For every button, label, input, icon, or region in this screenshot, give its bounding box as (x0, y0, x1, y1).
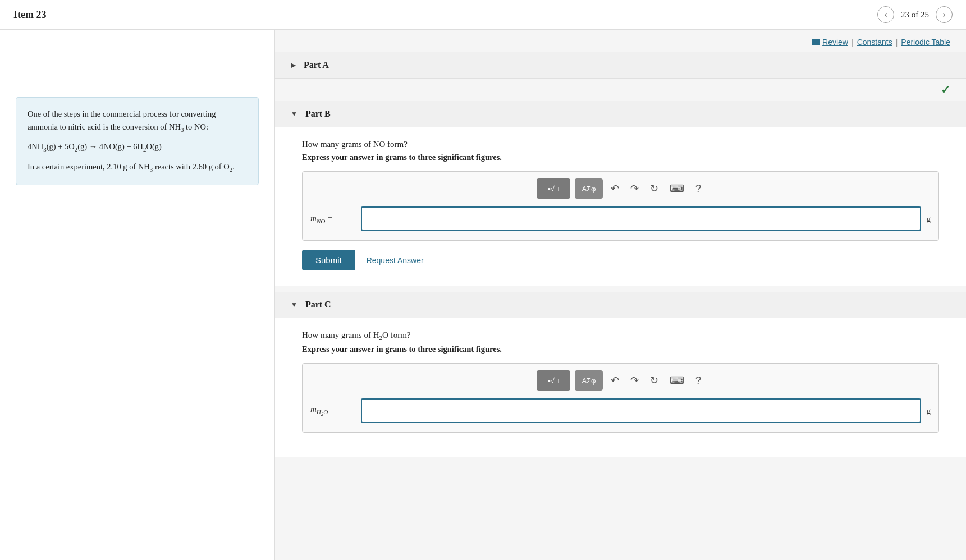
context-box: One of the steps in the commercial proce… (16, 97, 259, 185)
part-b-reset-btn[interactable]: ↻ (647, 180, 662, 197)
part-c-greek-btn[interactable]: ΑΣφ (575, 370, 603, 391)
part-c-header[interactable]: ▼ Part C (275, 292, 966, 318)
part-b-header[interactable]: ▼ Part B (275, 101, 966, 127)
page-counter: 23 of 25 (901, 10, 929, 20)
part-b-undo-btn[interactable]: ↶ (607, 180, 622, 197)
part-b-toolbar: ▪√□ ΑΣφ ↶ ↷ ↻ ⌨ ? (310, 178, 931, 199)
part-c-redo-btn[interactable]: ↷ (627, 372, 642, 389)
part-b-content: How many grams of NO form? Express your … (275, 127, 966, 286)
nav-controls: ‹ 23 of 25 › (877, 6, 953, 23)
part-c-toolbar: ▪√□ ΑΣφ ↶ ↷ ↻ ⌨ ? (310, 370, 931, 391)
part-a-arrow: ▶ (291, 61, 296, 70)
context-paragraph2: In a certain experiment, 2.10 g of NH3 r… (28, 160, 247, 175)
part-c-input-row: mH2O = g (310, 398, 931, 423)
left-panel: One of the steps in the commercial proce… (0, 30, 275, 560)
part-c-arrow: ▼ (291, 301, 297, 309)
part-c-content: How many grams of H2O form? Express your… (275, 318, 966, 457)
part-a-section: ▶ Part A (275, 52, 966, 79)
book-icon (812, 39, 820, 45)
part-c-math-template-btn[interactable]: ▪√□ (537, 370, 570, 391)
review-link[interactable]: Review (822, 38, 848, 47)
separator2: | (896, 38, 898, 47)
part-b-submit-btn[interactable]: Submit (302, 250, 355, 270)
part-b-input-row: mNO = g (310, 206, 931, 231)
part-b-redo-btn[interactable]: ↷ (627, 180, 642, 197)
part-b-keyboard-btn[interactable]: ⌨ (666, 180, 688, 197)
prev-button[interactable]: ‹ (877, 6, 894, 23)
part-b-answer-box: ▪√□ ΑΣφ ↶ ↷ ↻ ⌨ ? mNO = (302, 171, 939, 241)
part-b-help-btn[interactable]: ? (692, 181, 704, 197)
part-c-instruction: Express your answer in grams to three si… (302, 345, 939, 354)
context-equation: 4NH3(g) + 5O2(g) → 4NO(g) + 6H2O(g) (28, 140, 247, 154)
part-c-help-btn[interactable]: ? (692, 373, 704, 389)
part-b-request-answer-btn[interactable]: Request Answer (367, 256, 424, 265)
part-c-reset-btn[interactable]: ↻ (647, 372, 662, 389)
part-b-label: Part B (305, 109, 331, 119)
part-a-header[interactable]: ▶ Part A (275, 52, 966, 79)
part-c-unit: g (927, 406, 931, 416)
part-b-math-template-btn[interactable]: ▪√□ (537, 178, 570, 199)
top-header: Item 23 ‹ 23 of 25 › (0, 0, 966, 30)
part-a-label: Part A (304, 60, 329, 70)
part-b-answer-input[interactable] (361, 206, 921, 231)
checkmark-row: ✓ (275, 79, 966, 101)
part-b-instruction: Express your answer in grams to three si… (302, 153, 939, 162)
part-c-answer-box: ▪√□ ΑΣφ ↶ ↷ ↻ ⌨ ? mH2O = (302, 363, 939, 433)
part-b-submit-row: Submit Request Answer (302, 250, 939, 270)
part-c-undo-btn[interactable]: ↶ (607, 372, 622, 389)
constants-link[interactable]: Constants (857, 38, 892, 47)
part-c-section: ▼ Part C How many grams of H2O form? Exp… (275, 292, 966, 457)
part-c-label: Part C (305, 300, 331, 310)
part-b-question: How many grams of NO form? (302, 140, 939, 149)
part-c-question: How many grams of H2O form? (302, 331, 939, 341)
checkmark-icon: ✓ (941, 83, 950, 97)
part-b-arrow: ▼ (291, 110, 297, 118)
part-c-answer-input[interactable] (361, 398, 921, 423)
part-b-greek-btn[interactable]: ΑΣφ (575, 178, 603, 199)
separator1: | (851, 38, 854, 47)
next-button[interactable]: › (936, 6, 953, 23)
part-c-input-label: mH2O = (310, 405, 355, 417)
part-c-keyboard-btn[interactable]: ⌨ (666, 372, 688, 389)
main-layout: One of the steps in the commercial proce… (0, 30, 966, 560)
part-b-unit: g (927, 214, 931, 224)
context-paragraph1: One of the steps in the commercial proce… (28, 108, 247, 135)
periodic-table-link[interactable]: Periodic Table (901, 38, 950, 47)
right-panel: Review | Constants | Periodic Table ▶ Pa… (275, 30, 966, 560)
item-title: Item 23 (13, 9, 46, 21)
links-row: Review | Constants | Periodic Table (275, 30, 966, 52)
part-b-section: ▼ Part B How many grams of NO form? Expr… (275, 101, 966, 286)
part-b-input-label: mNO = (310, 214, 355, 224)
